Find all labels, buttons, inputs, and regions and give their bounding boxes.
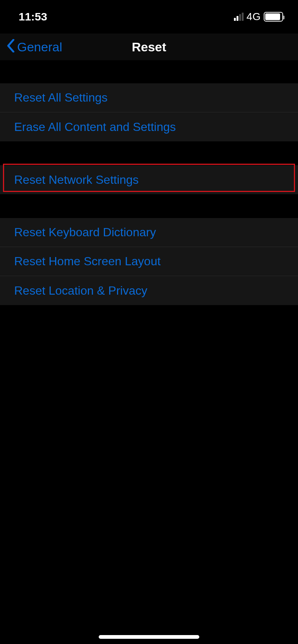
reset-group-2: Reset Network Settings <box>0 165 298 194</box>
row-label: Reset Home Screen Layout <box>14 254 161 268</box>
home-indicator[interactable] <box>99 635 199 639</box>
network-label: 4G <box>247 11 261 23</box>
battery-icon <box>264 12 283 22</box>
row-label: Reset Network Settings <box>14 173 139 187</box>
reset-keyboard-dictionary-row[interactable]: Reset Keyboard Dictionary <box>0 218 298 247</box>
nav-bar: General Reset <box>0 33 298 60</box>
signal-icon <box>234 13 244 21</box>
status-time: 11:53 <box>19 10 47 23</box>
chevron-left-icon <box>7 39 15 55</box>
back-label: General <box>17 40 62 54</box>
erase-all-content-row[interactable]: Erase All Content and Settings <box>0 112 298 141</box>
status-bar: 11:53 4G <box>0 0 298 33</box>
status-right: 4G <box>234 11 283 23</box>
reset-group-1: Reset All Settings Erase All Content and… <box>0 83 298 141</box>
reset-home-screen-layout-row[interactable]: Reset Home Screen Layout <box>0 247 298 276</box>
reset-all-settings-row[interactable]: Reset All Settings <box>0 83 298 112</box>
page-title: Reset <box>132 40 167 54</box>
reset-location-privacy-row[interactable]: Reset Location & Privacy <box>0 276 298 305</box>
row-label: Reset Keyboard Dictionary <box>14 225 156 239</box>
back-button[interactable]: General <box>0 39 62 55</box>
reset-group-3: Reset Keyboard Dictionary Reset Home Scr… <box>0 218 298 305</box>
row-label: Reset Location & Privacy <box>14 284 148 298</box>
row-label: Reset All Settings <box>14 91 108 105</box>
row-label: Erase All Content and Settings <box>14 120 176 134</box>
reset-network-settings-row[interactable]: Reset Network Settings <box>0 165 298 194</box>
